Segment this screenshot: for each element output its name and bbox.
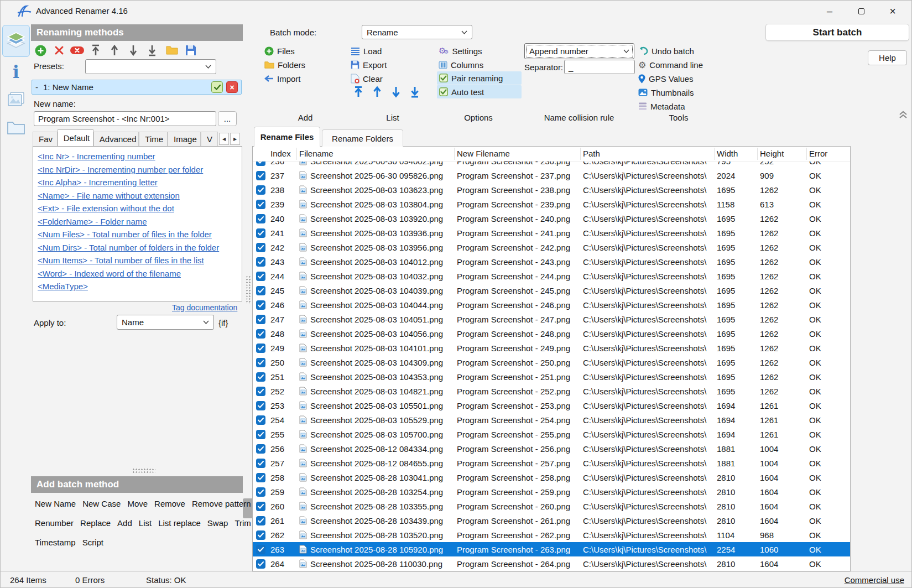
clear-list-button[interactable]: Clear bbox=[351, 73, 383, 84]
help-button[interactable]: Help bbox=[868, 50, 907, 65]
tag-link[interactable]: <Inc Alpha> - Incrementing letter bbox=[38, 176, 237, 189]
add-folders-button[interactable]: Folders bbox=[264, 59, 305, 70]
row-checkbox[interactable] bbox=[256, 459, 265, 468]
row-checkbox[interactable] bbox=[256, 502, 265, 511]
move-top-button[interactable] bbox=[353, 86, 363, 98]
table-row[interactable]: 251Screenshot 2025-08-03 104353.pngProgr… bbox=[253, 370, 850, 384]
table-row[interactable]: 250Screenshot 2025-08-03 104309.pngProgr… bbox=[253, 355, 850, 370]
row-checkbox[interactable] bbox=[256, 344, 265, 353]
method-enabled-checkbox[interactable] bbox=[211, 81, 223, 93]
tag-link[interactable]: <Name> - File name without extension bbox=[38, 189, 237, 202]
move-method-up-button[interactable] bbox=[108, 44, 121, 57]
row-checkbox[interactable] bbox=[256, 401, 265, 410]
thumbnails-button[interactable]: Thumbnails bbox=[638, 87, 694, 98]
license-link[interactable]: Commercial use bbox=[845, 575, 904, 585]
method-delete-button[interactable]: × bbox=[226, 81, 238, 93]
add-method-move-button[interactable]: Move bbox=[127, 499, 148, 508]
start-batch-button[interactable]: Start batch bbox=[765, 24, 909, 41]
tag-tab-default[interactable]: Default bbox=[58, 129, 93, 146]
save-preset-button[interactable] bbox=[184, 44, 197, 57]
add-method-new-name-button[interactable]: New Name bbox=[35, 499, 76, 508]
pair-renaming-toggle[interactable]: Pair renaming bbox=[437, 71, 522, 85]
remove-all-methods-button[interactable] bbox=[70, 44, 84, 57]
move-up-button[interactable] bbox=[372, 86, 382, 98]
table-row[interactable]: 262Screenshot 2025-08-28 103520.pngProgr… bbox=[253, 528, 850, 542]
column-header-new-filename[interactable]: New Filename bbox=[455, 148, 581, 160]
row-checkbox[interactable] bbox=[256, 162, 265, 166]
add-method-button[interactable] bbox=[34, 44, 47, 57]
table-row[interactable]: 243Screenshot 2025-08-03 104012.pngProgr… bbox=[253, 254, 850, 269]
row-checkbox[interactable] bbox=[256, 473, 265, 482]
row-checkbox[interactable] bbox=[256, 358, 265, 367]
table-row[interactable]: 237Screenshot 2025-06-30 095826.pngProgr… bbox=[253, 168, 850, 183]
close-button[interactable]: × bbox=[880, 1, 905, 22]
row-checkbox[interactable] bbox=[256, 559, 265, 569]
image-view-button[interactable] bbox=[2, 87, 30, 111]
column-header-error[interactable]: Error bbox=[807, 148, 850, 160]
row-checkbox[interactable] bbox=[256, 387, 265, 396]
table-row[interactable]: 253Screenshot 2025-08-03 105501.pngProgr… bbox=[253, 398, 850, 413]
move-method-down-button[interactable] bbox=[127, 44, 140, 57]
tag-link[interactable]: <Num Files> - Total number of files in t… bbox=[38, 228, 237, 241]
vertical-splitter-handle[interactable] bbox=[246, 275, 251, 304]
row-checkbox[interactable] bbox=[256, 430, 265, 439]
row-checkbox[interactable] bbox=[256, 530, 265, 540]
horizontal-splitter-handle[interactable] bbox=[132, 468, 155, 473]
move-method-top-button[interactable] bbox=[89, 44, 102, 57]
table-row[interactable]: 247Screenshot 2025-08-03 104051.pngProgr… bbox=[253, 312, 850, 326]
tag-link[interactable]: <Num Dirs> - Total number of folders in … bbox=[38, 241, 237, 254]
remove-method-button[interactable] bbox=[53, 44, 66, 57]
separator-input[interactable]: _ bbox=[564, 60, 635, 74]
row-checkbox[interactable] bbox=[256, 185, 265, 195]
tab-rename-folders[interactable]: Rename Folders bbox=[322, 129, 403, 147]
tag-documentation-link[interactable]: Tag documentation bbox=[172, 303, 237, 312]
load-list-button[interactable]: Load bbox=[351, 45, 382, 56]
table-row[interactable]: 241Screenshot 2025-08-03 103936.pngProgr… bbox=[253, 226, 850, 240]
collapse-indicator[interactable]: - bbox=[35, 82, 43, 92]
column-header-filename[interactable]: Filename bbox=[297, 148, 455, 160]
info-view-button[interactable]: i bbox=[2, 60, 30, 84]
row-checkbox[interactable] bbox=[256, 257, 265, 267]
add-method-renumber-button[interactable]: Renumber bbox=[35, 518, 74, 528]
table-row[interactable]: 260Screenshot 2025-08-28 103355.pngProgr… bbox=[253, 499, 850, 513]
presets-dropdown[interactable] bbox=[85, 59, 216, 74]
tag-link[interactable]: <Inc NrDir> - Incrementing number per fo… bbox=[38, 163, 237, 176]
metadata-button[interactable]: Metadata bbox=[638, 101, 685, 112]
tag-tab-image[interactable]: Image bbox=[168, 132, 201, 146]
move-bottom-button[interactable] bbox=[410, 86, 420, 98]
row-checkbox[interactable] bbox=[256, 272, 265, 281]
row-checkbox[interactable] bbox=[256, 214, 265, 223]
tab-rename-files[interactable]: Rename Files bbox=[254, 127, 320, 147]
add-method-remove-pattern-button[interactable]: Remove pattern bbox=[192, 499, 251, 508]
add-method-list-replace-button[interactable]: List replace bbox=[158, 518, 201, 528]
tag-tab-advanced[interactable]: Advanced bbox=[93, 132, 139, 146]
add-method-script-button[interactable]: Script bbox=[82, 538, 103, 547]
column-header-height[interactable]: Height bbox=[758, 148, 807, 160]
table-row[interactable]: 254Screenshot 2025-08-03 105529.pngProgr… bbox=[253, 413, 850, 427]
add-method-timestamp-button[interactable]: Timestamp bbox=[35, 538, 76, 547]
new-name-input[interactable]: Program Screenshot - <Inc Nr:001> bbox=[34, 111, 216, 126]
table-row[interactable]: 248Screenshot 2025-08-03 104056.pngProgr… bbox=[253, 326, 850, 341]
row-checkbox[interactable] bbox=[256, 200, 265, 209]
open-preset-button[interactable] bbox=[165, 44, 179, 57]
row-checkbox[interactable] bbox=[256, 516, 265, 525]
add-files-button[interactable]: Files bbox=[264, 45, 295, 56]
table-row[interactable]: 261Screenshot 2025-08-28 103439.pngProgr… bbox=[253, 513, 850, 528]
row-checkbox[interactable] bbox=[256, 243, 265, 252]
batch-mode-dropdown[interactable]: Rename bbox=[362, 25, 472, 39]
tag-link[interactable]: <Word> - Indexed word of the filename bbox=[38, 267, 237, 280]
collapse-toolbar-button[interactable] bbox=[899, 111, 908, 119]
row-checkbox[interactable] bbox=[256, 545, 265, 554]
table-row[interactable]: 240Screenshot 2025-08-03 103920.pngProgr… bbox=[253, 211, 850, 226]
add-method-replace-button[interactable]: Replace bbox=[80, 518, 111, 528]
tab-scroll-left-button[interactable]: ◀ bbox=[219, 133, 229, 145]
move-down-button[interactable] bbox=[391, 86, 401, 98]
tag-link[interactable]: <Ext> - File extension without the dot bbox=[38, 202, 237, 215]
tag-link[interactable]: <FolderName> - Folder name bbox=[38, 215, 237, 228]
table-row[interactable]: 255Screenshot 2025-08-03 105700.pngProgr… bbox=[253, 427, 850, 441]
export-list-button[interactable]: Export bbox=[351, 59, 387, 70]
minimize-button[interactable]: – bbox=[817, 1, 842, 22]
table-row[interactable]: 244Screenshot 2025-08-03 104032.pngProgr… bbox=[253, 269, 850, 283]
column-header-index[interactable]: Index bbox=[268, 148, 297, 160]
row-checkbox[interactable] bbox=[256, 228, 265, 238]
